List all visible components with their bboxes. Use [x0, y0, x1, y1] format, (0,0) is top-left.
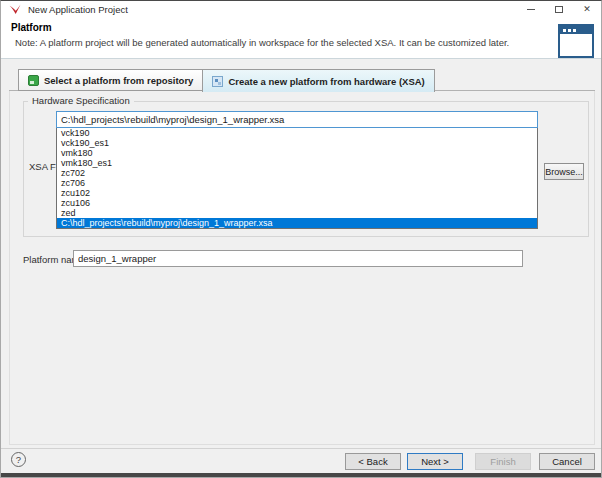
minimize-icon — [527, 9, 535, 10]
title-bar: New Application Project ✕ — [1, 1, 601, 17]
xsa-file-dropdown-list: vck190 vck190_es1 vmk180 vmk180_es1 zc70… — [56, 128, 538, 229]
maximize-icon — [555, 6, 563, 13]
dropdown-item[interactable]: vmk180_es1 — [57, 158, 537, 168]
wizard-banner-icon — [558, 24, 594, 58]
back-button[interactable]: < Back — [345, 453, 401, 470]
tab-label: Select a platform from repository — [44, 75, 193, 86]
dropdown-item[interactable]: zc706 — [57, 178, 537, 188]
dropdown-item[interactable]: vmk180 — [57, 148, 537, 158]
tab-select-platform-from-repository[interactable]: Select a platform from repository — [18, 69, 202, 91]
xsa-file-combobox[interactable] — [56, 111, 538, 128]
close-icon: ✕ — [583, 5, 591, 14]
dropdown-item[interactable]: zed — [57, 208, 537, 218]
dropdown-item[interactable]: zcu102 — [57, 188, 537, 198]
hardware-xsa-icon — [212, 76, 223, 87]
header-separator — [1, 58, 601, 59]
tab-create-platform-from-hardware[interactable]: Create a new platform from hardware (XSA… — [202, 69, 434, 92]
finish-button: Finish — [475, 453, 531, 470]
dropdown-item[interactable]: zc702 — [57, 168, 537, 178]
maximize-button[interactable] — [545, 1, 573, 17]
cancel-button[interactable]: Cancel — [539, 453, 595, 470]
window-title: New Application Project — [28, 4, 128, 15]
close-button[interactable]: ✕ — [573, 1, 601, 17]
banner-window-titlebar — [560, 26, 592, 34]
dropdown-item-selected[interactable]: C:\hdl_projects\rebuild\myproj\design_1_… — [57, 218, 537, 228]
page-note: Note: A platform project will be generat… — [15, 37, 509, 48]
wizard-header: Platform Note: A platform project will b… — [1, 17, 601, 59]
window-bottom-edge — [1, 473, 601, 478]
help-icon: ? — [16, 454, 21, 465]
help-button[interactable]: ? — [11, 452, 26, 467]
next-button[interactable]: Next > — [407, 453, 463, 470]
repository-platform-icon — [28, 75, 39, 86]
new-application-project-dialog: New Application Project ✕ Platform Note:… — [0, 0, 602, 478]
dropdown-item[interactable]: vck190 — [57, 128, 537, 138]
footer-button-row: < Back Next > Finish Cancel — [345, 453, 595, 470]
minimize-button[interactable] — [517, 1, 545, 17]
xilinx-logo-icon — [9, 4, 22, 15]
dropdown-item[interactable]: zcu106 — [57, 198, 537, 208]
browse-button[interactable]: Browse... — [544, 163, 584, 180]
footer-separator — [1, 448, 601, 449]
tab-bar: Select a platform from repository Create… — [18, 69, 435, 92]
group-label: Hardware Specification — [28, 95, 134, 106]
dropdown-item[interactable]: vck190_es1 — [57, 138, 537, 148]
page-title: Platform — [11, 22, 52, 33]
tab-label: Create a new platform from hardware (XSA… — [228, 76, 424, 87]
platform-name-input[interactable] — [73, 250, 523, 267]
